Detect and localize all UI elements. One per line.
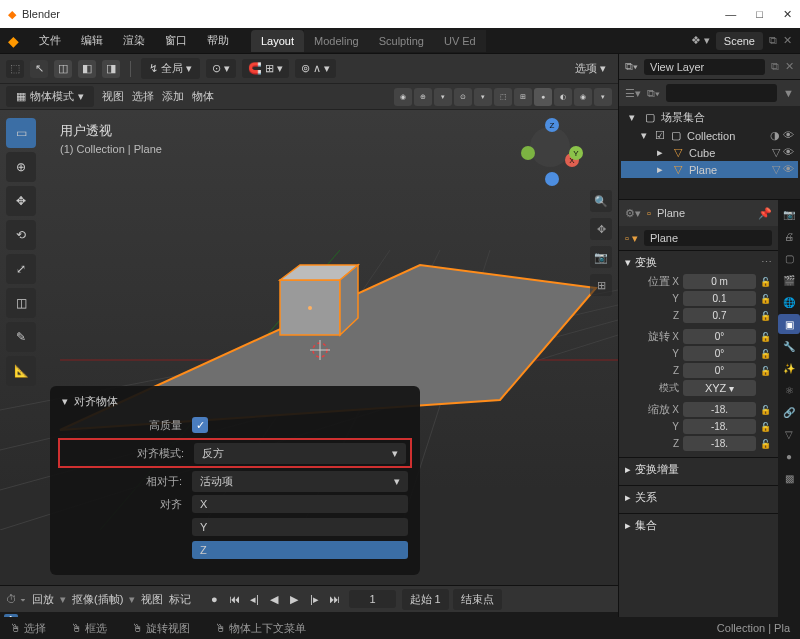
pan-icon[interactable]: ✥ bbox=[590, 218, 612, 240]
end-frame-field[interactable]: 结束点 bbox=[453, 589, 502, 610]
relations-panel[interactable]: ▸关系 bbox=[619, 485, 778, 513]
operator-panel-header[interactable]: ▾ 对齐物体 bbox=[62, 394, 408, 409]
tool-move[interactable]: ✥ bbox=[6, 186, 36, 216]
scene-selector[interactable]: Scene bbox=[716, 32, 763, 50]
editor-type-icon[interactable]: ⬚ bbox=[6, 60, 24, 78]
workspace-tab-modeling[interactable]: Modeling bbox=[304, 30, 369, 52]
perspective-toggle-icon[interactable]: ⊞ bbox=[590, 274, 612, 296]
maximize-button[interactable]: □ bbox=[756, 8, 763, 21]
menu-window[interactable]: 窗口 bbox=[157, 29, 195, 52]
overlays-dropdown[interactable]: ▾ bbox=[434, 88, 452, 106]
remove-scene-icon[interactable]: ✕ bbox=[783, 34, 792, 47]
properties-type-icon[interactable]: ⚙▾ bbox=[625, 207, 641, 220]
workspace-tab-sculpting[interactable]: Sculpting bbox=[369, 30, 434, 52]
xray-toggle[interactable]: ⬚ bbox=[494, 88, 512, 106]
delta-transform-panel[interactable]: ▸变换增量 bbox=[619, 457, 778, 485]
jump-prev-key-icon[interactable]: ◂| bbox=[245, 590, 263, 608]
tab-object[interactable]: ▣ bbox=[778, 314, 800, 334]
tab-physics[interactable]: ⚛ bbox=[778, 380, 800, 400]
viewport-3d[interactable]: ▭ ⊕ ✥ ⟲ ⤢ ◫ ✎ 📐 用户透视 (1) Collection | Pl… bbox=[0, 110, 618, 585]
tab-viewlayer[interactable]: ▢ bbox=[778, 248, 800, 268]
header-view[interactable]: 视图 bbox=[102, 89, 124, 104]
select-lasso-icon[interactable]: ◨ bbox=[102, 60, 120, 78]
auto-key-icon[interactable]: ● bbox=[205, 590, 223, 608]
menu-file[interactable]: 文件 bbox=[31, 29, 69, 52]
nav-gizmo[interactable]: Z X Y bbox=[523, 120, 578, 175]
lock-icon[interactable]: 🔓 bbox=[760, 439, 772, 449]
transform-header[interactable]: ▾变换⋯ bbox=[625, 255, 772, 270]
copy-scene-icon[interactable]: ⧉ bbox=[769, 34, 777, 47]
high-quality-checkbox[interactable]: ✓ bbox=[192, 417, 208, 433]
rot-x-field[interactable]: 0° bbox=[683, 329, 756, 344]
overlays-dd2[interactable]: ▾ bbox=[474, 88, 492, 106]
shading-dropdown[interactable]: ▾ bbox=[594, 88, 612, 106]
scale-x-field[interactable]: -18. bbox=[683, 402, 756, 417]
workspace-tab-layout[interactable]: Layout bbox=[251, 30, 304, 52]
tab-material[interactable]: ● bbox=[778, 446, 800, 466]
menu-help[interactable]: 帮助 bbox=[199, 29, 237, 52]
tree-cube[interactable]: ▸▽ Cube ▽ 👁 bbox=[621, 144, 798, 161]
tree-plane[interactable]: ▸▽ Plane ▽ 👁 bbox=[621, 161, 798, 178]
rot-y-field[interactable]: 0° bbox=[683, 346, 756, 361]
plane-vis-icon[interactable]: ▽ 👁 bbox=[772, 163, 794, 176]
select-circle-icon[interactable]: ◧ bbox=[78, 60, 96, 78]
cube-vis-icon[interactable]: ▽ 👁 bbox=[772, 146, 794, 159]
remove-viewlayer-icon[interactable]: ✕ bbox=[785, 60, 794, 73]
menu-render[interactable]: 渲染 bbox=[115, 29, 153, 52]
options-dropdown[interactable]: 选项 ▾ bbox=[569, 58, 612, 79]
pin-icon[interactable]: 📌 bbox=[758, 207, 772, 220]
tl-playback[interactable]: 回放 bbox=[32, 592, 54, 607]
lock-icon[interactable]: 🔓 bbox=[760, 349, 772, 359]
start-frame-field[interactable]: 起始 1 bbox=[402, 589, 449, 610]
header-object[interactable]: 物体 bbox=[192, 89, 214, 104]
show-gizmo-icon[interactable]: ⊕ bbox=[414, 88, 432, 106]
outliner-mode-icon[interactable]: ⧉▾ bbox=[647, 87, 660, 100]
new-viewlayer-icon[interactable]: ⧉ bbox=[771, 60, 779, 73]
close-button[interactable]: ✕ bbox=[783, 8, 792, 21]
tab-scene[interactable]: 🎬 bbox=[778, 270, 800, 290]
filter-icon[interactable]: ▼ bbox=[783, 87, 794, 99]
collections-panel[interactable]: ▸集合 bbox=[619, 513, 778, 541]
tab-data[interactable]: ▽ bbox=[778, 424, 800, 444]
lock-icon[interactable]: 🔓 bbox=[760, 294, 772, 304]
scale-z-field[interactable]: -18. bbox=[683, 436, 756, 451]
gizmo-z-axis[interactable]: Z bbox=[545, 118, 559, 132]
loc-z-field[interactable]: 0.7 bbox=[683, 308, 756, 323]
lock-icon[interactable]: 🔓 bbox=[760, 366, 772, 376]
workspace-tab-uv[interactable]: UV Ed bbox=[434, 30, 486, 52]
orientation-dropdown[interactable]: ↯ 全局 ▾ bbox=[141, 58, 200, 79]
collection-vis-icon[interactable]: ◑ 👁 bbox=[770, 129, 794, 142]
lock-icon[interactable]: 🔓 bbox=[760, 332, 772, 342]
tool-select-box[interactable]: ▭ bbox=[6, 118, 36, 148]
tool-scale[interactable]: ⤢ bbox=[6, 254, 36, 284]
rotation-mode-dropdown[interactable]: XYZ ▾ bbox=[683, 380, 756, 396]
tl-keying[interactable]: 抠像(插帧) bbox=[72, 592, 123, 607]
camera-view-icon[interactable]: 📷 bbox=[590, 246, 612, 268]
shading-matcap[interactable]: ◐ bbox=[554, 88, 572, 106]
lock-icon[interactable]: 🔓 bbox=[760, 422, 772, 432]
tool-measure[interactable]: 📐 bbox=[6, 356, 36, 386]
play-icon[interactable]: ▶ bbox=[285, 590, 303, 608]
gizmo-neg-y[interactable] bbox=[521, 146, 535, 160]
tab-texture[interactable]: ▩ bbox=[778, 468, 800, 488]
overlays-toggle[interactable]: ⊙ bbox=[454, 88, 472, 106]
tab-constraints[interactable]: 🔗 bbox=[778, 402, 800, 422]
loc-y-field[interactable]: 0.1 bbox=[683, 291, 756, 306]
outliner-display-icon[interactable]: ☰▾ bbox=[625, 87, 641, 100]
gizmo-neg-z[interactable] bbox=[545, 172, 559, 186]
shading-wire[interactable]: ⊞ bbox=[514, 88, 532, 106]
pivot-dropdown[interactable]: ⊙ ▾ bbox=[206, 59, 236, 78]
jump-start-icon[interactable]: ⏮ bbox=[225, 590, 243, 608]
browse-viewlayer-icon[interactable]: ⧉▾ bbox=[625, 60, 638, 73]
view-layer-name[interactable]: View Layer bbox=[644, 59, 765, 75]
minimize-button[interactable]: — bbox=[725, 8, 736, 21]
snap-toggle[interactable]: 🧲 ⊞ ▾ bbox=[242, 59, 289, 78]
tab-modifiers[interactable]: 🔧 bbox=[778, 336, 800, 356]
shading-render[interactable]: ◉ bbox=[574, 88, 592, 106]
lock-icon[interactable]: 🔓 bbox=[760, 405, 772, 415]
select-box-icon[interactable]: ◫ bbox=[54, 60, 72, 78]
tool-annotate[interactable]: ✎ bbox=[6, 322, 36, 352]
shading-solid[interactable]: ● bbox=[534, 88, 552, 106]
tree-scene-collection[interactable]: ▾▢ 场景集合 bbox=[621, 108, 798, 127]
cursor-tool-icon[interactable]: ↖ bbox=[30, 60, 48, 78]
